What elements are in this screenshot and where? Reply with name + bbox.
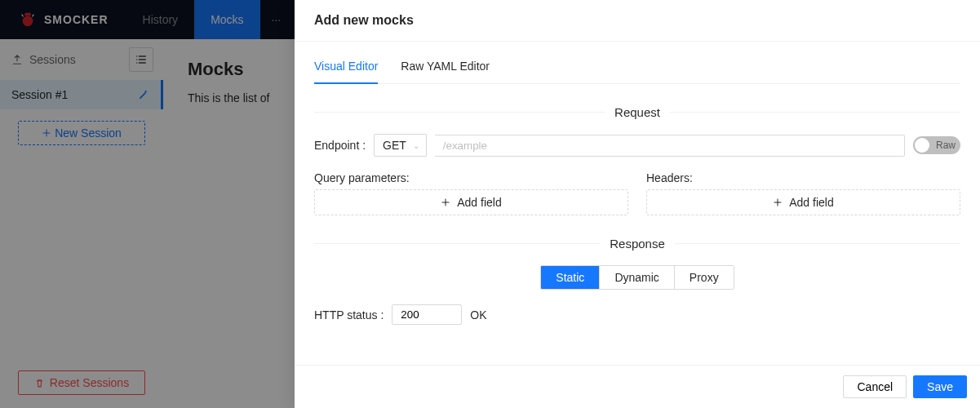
editor-tabs: Visual Editor Raw YAML Editor — [314, 48, 960, 84]
endpoint-input[interactable] — [435, 135, 905, 157]
tab-visual-editor[interactable]: Visual Editor — [314, 48, 378, 84]
response-section-header: Response — [314, 237, 960, 251]
query-params-label: Query parameters: — [314, 171, 628, 184]
http-method-select[interactable]: GET ⌄ — [374, 134, 427, 157]
drawer-title: Add new mocks — [295, 0, 980, 42]
raw-toggle-label: Raw — [936, 140, 956, 151]
http-status-text: OK — [470, 308, 486, 322]
response-type-static[interactable]: Static — [541, 266, 600, 289]
headers-label: Headers: — [646, 171, 960, 184]
add-query-field-button[interactable]: Add field — [314, 189, 628, 215]
http-method-value: GET — [383, 139, 406, 152]
response-type-proxy[interactable]: Proxy — [675, 266, 734, 289]
cancel-button[interactable]: Cancel — [843, 375, 907, 398]
http-status-label: HTTP status : — [314, 308, 384, 322]
endpoint-label: Endpoint : — [314, 139, 366, 152]
chevron-down-icon: ⌄ — [413, 141, 419, 150]
add-mocks-drawer: Add new mocks Visual Editor Raw YAML Edi… — [295, 0, 980, 408]
plus-icon — [441, 197, 450, 207]
raw-toggle[interactable]: Raw — [913, 136, 960, 154]
add-field-label: Add field — [789, 196, 833, 209]
plus-icon — [773, 197, 783, 207]
response-type-dynamic[interactable]: Dynamic — [600, 266, 674, 289]
response-type-segmented: Static Dynamic Proxy — [540, 265, 734, 290]
http-status-input[interactable] — [392, 304, 462, 325]
save-button[interactable]: Save — [913, 375, 967, 398]
add-header-field-button[interactable]: Add field — [646, 189, 960, 215]
request-section-header: Request — [314, 105, 960, 119]
drawer-footer: Cancel Save — [295, 365, 980, 408]
toggle-knob — [915, 138, 929, 153]
add-field-label: Add field — [457, 196, 501, 209]
tab-raw-yaml-editor[interactable]: Raw YAML Editor — [401, 48, 490, 83]
